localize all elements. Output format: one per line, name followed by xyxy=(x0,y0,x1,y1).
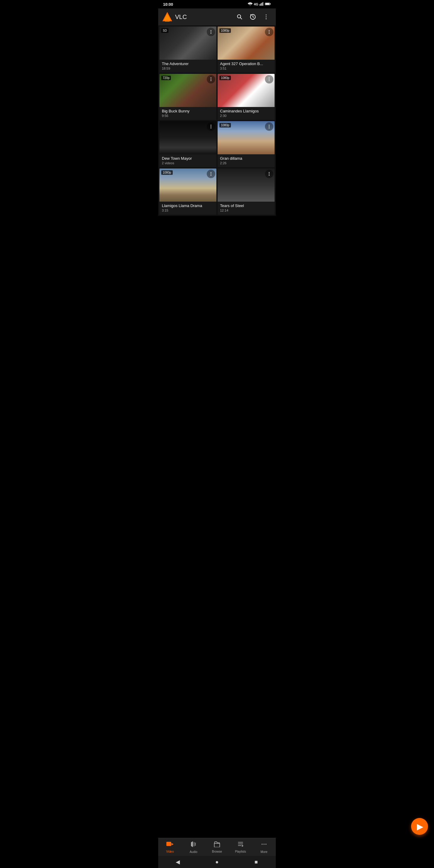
svg-point-36 xyxy=(211,174,212,175)
app-title: VLC xyxy=(175,13,234,21)
video-meta: 18:59 xyxy=(162,67,214,70)
quality-badge: SD xyxy=(161,28,168,33)
video-thumbnail: 1080p xyxy=(218,27,275,60)
search-button[interactable] xyxy=(234,11,246,23)
video-thumbnail: 720p xyxy=(159,74,216,107)
video-title: Tears of Steel xyxy=(220,204,272,208)
video-info: Caminandes Llamigos 2:30 xyxy=(218,107,275,120)
wifi-icon xyxy=(248,2,253,7)
svg-point-26 xyxy=(269,78,270,79)
video-title: Agent 327 Operation B... xyxy=(220,61,272,66)
svg-rect-5 xyxy=(266,3,270,4)
video-info: Llamigos Llama Drama 3:15 xyxy=(159,202,216,215)
svg-point-31 xyxy=(211,127,212,128)
status-time: 10:00 xyxy=(163,2,173,7)
video-info: Dew Town Mayor 2 videos xyxy=(159,154,216,167)
video-info: The Adventurer 18:59 xyxy=(159,60,216,73)
video-title: Gran dillama xyxy=(220,156,272,161)
video-meta: 9:56 xyxy=(162,114,214,118)
video-thumbnail: 1080p xyxy=(218,74,275,107)
video-meta: 2:26 xyxy=(220,161,272,165)
video-card-dewtown[interactable]: Dew Town Mayor 2 videos xyxy=(159,121,216,167)
svg-rect-6 xyxy=(270,3,271,4)
video-card-bbb[interactable]: 720p Big Buck Bunny 9:56 xyxy=(159,74,216,120)
video-more-button[interactable] xyxy=(265,122,273,131)
svg-point-33 xyxy=(269,126,270,127)
battery-icon xyxy=(265,2,271,7)
video-meta: 2 videos xyxy=(162,161,214,165)
svg-rect-1 xyxy=(261,3,261,6)
video-meta: 12:14 xyxy=(220,209,272,212)
svg-point-37 xyxy=(211,175,212,176)
svg-point-35 xyxy=(211,172,212,173)
video-more-button[interactable] xyxy=(207,170,215,178)
video-meta: 3:15 xyxy=(162,209,214,212)
video-more-button[interactable] xyxy=(207,28,215,36)
video-info: Big Buck Bunny 9:56 xyxy=(159,107,216,120)
svg-point-32 xyxy=(269,125,270,126)
video-grid-container: SD The Adventurer 18:59 1080p xyxy=(158,25,276,240)
svg-point-15 xyxy=(266,17,267,18)
video-meta: 2:30 xyxy=(220,114,272,118)
svg-point-16 xyxy=(266,19,267,19)
video-info: Gran dillama 2:26 xyxy=(218,154,275,167)
status-bar: 10:00 4G xyxy=(158,0,276,8)
video-info: Agent 327 Operation B... 3:51 xyxy=(218,60,275,73)
quality-badge: 1080p xyxy=(161,170,173,175)
svg-point-17 xyxy=(211,30,212,31)
video-title: Dew Town Mayor xyxy=(162,156,214,161)
video-thumbnail: 1080p xyxy=(159,168,216,202)
network-type: 4G xyxy=(254,2,258,6)
video-more-button[interactable] xyxy=(265,75,273,84)
video-thumbnail: 1080p xyxy=(218,121,275,154)
svg-point-38 xyxy=(269,172,270,173)
quality-badge: 1080p xyxy=(219,28,231,33)
video-more-button[interactable] xyxy=(265,28,273,36)
video-card-adventurer[interactable]: SD The Adventurer 18:59 xyxy=(159,27,216,73)
svg-point-19 xyxy=(211,33,212,34)
overflow-menu-button[interactable] xyxy=(260,11,272,23)
vlc-logo xyxy=(162,11,173,22)
video-more-button[interactable] xyxy=(265,170,273,178)
svg-point-34 xyxy=(269,127,270,128)
video-grid: SD The Adventurer 18:59 1080p xyxy=(158,25,276,216)
video-meta: 3:51 xyxy=(220,67,272,70)
history-button[interactable] xyxy=(247,11,259,23)
svg-rect-2 xyxy=(261,3,262,6)
video-info: Tears of Steel 12:14 xyxy=(218,202,275,215)
svg-point-24 xyxy=(211,79,212,80)
video-title: Llamigos Llama Drama xyxy=(162,204,214,208)
svg-rect-0 xyxy=(259,4,260,5)
video-thumbnail xyxy=(218,168,275,202)
video-more-button[interactable] xyxy=(207,75,215,84)
video-more-button[interactable] xyxy=(207,122,215,131)
svg-point-39 xyxy=(269,174,270,175)
video-title: Caminandes Llamigos xyxy=(220,109,272,113)
video-card-caminandes[interactable]: 1080p Caminandes Llamigos 2:30 xyxy=(218,74,275,120)
svg-point-28 xyxy=(269,80,270,81)
svg-point-27 xyxy=(269,79,270,80)
svg-point-23 xyxy=(211,78,212,79)
svg-point-29 xyxy=(211,125,212,126)
svg-line-12 xyxy=(240,18,242,19)
video-card-gran[interactable]: 1080p Gran dillama 2:26 xyxy=(218,121,275,167)
svg-point-21 xyxy=(269,32,270,33)
svg-point-30 xyxy=(211,126,212,127)
toolbar-actions xyxy=(234,11,272,23)
svg-point-14 xyxy=(266,14,267,16)
video-title: Big Buck Bunny xyxy=(162,109,214,113)
quality-badge: 1080p xyxy=(219,76,231,80)
svg-rect-3 xyxy=(262,2,263,6)
svg-point-20 xyxy=(269,30,270,31)
svg-point-40 xyxy=(269,175,270,176)
video-thumbnail: SD xyxy=(159,27,216,60)
video-card-agent327[interactable]: 1080p Agent 327 Operation B... 3:51 xyxy=(218,27,275,73)
status-icons: 4G xyxy=(248,2,271,7)
quality-badge: 720p xyxy=(161,76,171,80)
video-thumbnail xyxy=(159,121,216,154)
svg-rect-10 xyxy=(165,21,170,22)
svg-point-25 xyxy=(211,80,212,81)
svg-point-22 xyxy=(269,33,270,34)
video-card-last[interactable]: Tears of Steel 12:14 xyxy=(218,168,275,215)
video-card-llama[interactable]: 1080p Llamigos Llama Drama 3:15 xyxy=(159,168,216,215)
